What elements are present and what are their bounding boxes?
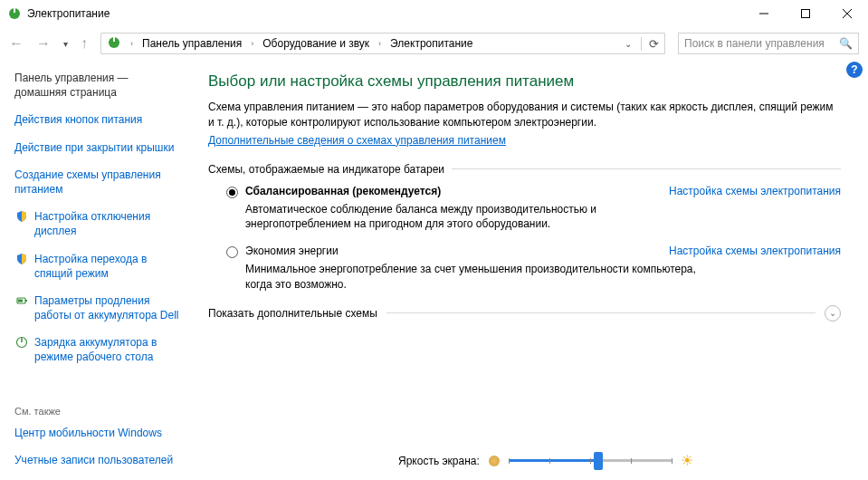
back-button[interactable]: ← <box>9 35 24 52</box>
breadcrumb[interactable]: Электропитание <box>390 37 472 50</box>
sun-bright-icon: ☀ <box>681 452 693 469</box>
window-controls <box>743 0 868 27</box>
shield-icon <box>14 209 29 224</box>
main-panel: ? Выбор или настройка схемы управления п… <box>190 60 868 480</box>
show-additional-plans[interactable]: Показать дополнительные схемы ⌄ <box>208 305 841 322</box>
shield-icon <box>14 252 29 266</box>
plan-balanced[interactable]: Сбалансированная (рекомендуется) Настрой… <box>208 185 841 198</box>
plan-name: Сбалансированная (рекомендуется) <box>245 185 669 197</box>
chevron-down-icon[interactable]: ⌄ <box>625 39 632 49</box>
battery-icon <box>14 293 29 308</box>
page-title: Выбор или настройка схемы управления пит… <box>208 72 841 91</box>
plan-name: Экономия энергии <box>245 245 669 257</box>
expand-label: Показать дополнительные схемы <box>208 307 377 320</box>
radio-power-saver[interactable] <box>226 246 238 258</box>
more-info-link[interactable]: Дополнительные сведения о схемах управле… <box>208 134 506 147</box>
address-toolbar: ← → ▾ ↑ › Панель управления › Оборудован… <box>0 27 868 60</box>
chevron-right-icon[interactable]: › <box>378 39 381 48</box>
radio-balanced[interactable] <box>226 187 238 198</box>
minimize-button[interactable] <box>743 0 785 27</box>
plan-settings-link[interactable]: Настройка схемы электропитания <box>669 185 841 197</box>
svg-rect-1 <box>14 8 15 13</box>
help-button[interactable]: ? <box>846 62 863 78</box>
plans-group-label: Схемы, отображаемые на индикаторе батаре… <box>208 163 841 176</box>
control-panel-home-link[interactable]: Панель управления — домашняя страница <box>14 71 183 100</box>
svg-rect-7 <box>113 37 115 42</box>
refresh-button[interactable]: ⟳ <box>641 37 659 51</box>
chevron-down-icon[interactable]: ⌄ <box>825 305 841 322</box>
search-placeholder: Поиск в панели управления <box>684 37 825 50</box>
breadcrumb-bar[interactable]: › Панель управления › Оборудование и зву… <box>100 33 665 54</box>
plan-settings-link[interactable]: Настройка схемы электропитания <box>669 245 841 257</box>
page-description: Схема управления питанием — это набор па… <box>208 100 841 130</box>
see-also-mobility-center[interactable]: Центр мобильности Windows <box>14 426 183 440</box>
plan-description: Автоматическое соблюдение баланса между … <box>208 202 841 233</box>
recent-locations-button[interactable]: ▾ <box>63 39 68 49</box>
breadcrumb[interactable]: Оборудование и звук <box>262 37 369 50</box>
sun-dim-icon <box>489 456 500 466</box>
sidebar-item-power-buttons[interactable]: Действия кнопок питания <box>14 112 183 127</box>
search-input[interactable]: Поиск в панели управления 🔍 <box>678 33 859 54</box>
slider-thumb[interactable] <box>594 452 603 470</box>
plan-power-saver[interactable]: Экономия энергии Настройка схемы электро… <box>208 245 841 258</box>
sidebar-item-lid-action[interactable]: Действие при закрытии крышки <box>14 140 183 155</box>
svg-rect-10 <box>18 299 23 302</box>
window-title: Электропитание <box>27 7 743 20</box>
chevron-right-icon[interactable]: › <box>251 39 253 48</box>
content-area: Панель управления — домашняя страница Де… <box>0 60 868 480</box>
search-icon: 🔍 <box>839 37 853 50</box>
breadcrumb[interactable]: Панель управления <box>142 37 242 50</box>
sidebar-item-create-plan[interactable]: Создание схемы управления питанием <box>14 168 183 197</box>
group-label-text: Схемы, отображаемые на индикаторе батаре… <box>208 163 444 176</box>
sidebar: Панель управления — домашняя страница Де… <box>0 60 190 480</box>
titlebar: Электропитание <box>0 0 868 27</box>
up-button[interactable]: ↑ <box>81 35 88 52</box>
breadcrumb-icon <box>107 35 121 53</box>
svg-rect-9 <box>25 300 27 302</box>
plan-description: Минимальное энергопотребление за счет ум… <box>208 262 841 293</box>
sidebar-item-sleep[interactable]: Настройка перехода в спящий режим <box>14 252 183 281</box>
close-button[interactable] <box>826 0 868 27</box>
see-also-label: См. также <box>14 406 183 417</box>
brightness-control: Яркость экрана: ☀ <box>398 452 841 469</box>
sidebar-item-display-off[interactable]: Настройка отключения дисплея <box>14 209 183 238</box>
see-also-user-accounts[interactable]: Учетные записи пользователей <box>14 453 183 467</box>
brightness-label: Яркость экрана: <box>398 455 480 467</box>
app-icon <box>7 6 22 21</box>
brightness-slider[interactable] <box>509 459 672 462</box>
maximize-button[interactable] <box>785 0 826 27</box>
sidebar-item-desktop-charge[interactable]: Зарядка аккумулятора в режиме рабочего с… <box>14 335 183 364</box>
power-icon <box>14 335 29 350</box>
svg-rect-3 <box>802 10 810 18</box>
sidebar-item-dell-battery[interactable]: Параметры продления работы от аккумулято… <box>14 293 183 322</box>
chevron-right-icon[interactable]: › <box>130 39 133 48</box>
forward-button[interactable]: → <box>36 35 51 52</box>
